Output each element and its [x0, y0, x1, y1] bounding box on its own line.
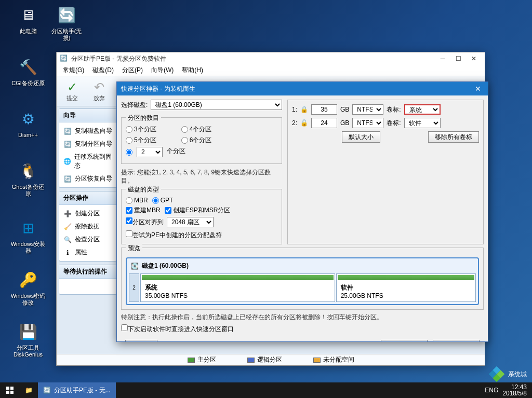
vol-select-2[interactable]: 软件: [404, 118, 441, 128]
disk-select[interactable]: 磁盘1 (60.00GB): [151, 100, 282, 110]
app-title: 分区助手PE版 - 无损分区免费软件: [71, 54, 166, 63]
legend-logical-icon: [247, 358, 255, 363]
menu-wizard[interactable]: 向导(W): [148, 65, 177, 76]
start-button[interactable]: 开始执行: [381, 340, 428, 341]
chk-esp[interactable]: 创建ESP和MSR分区: [165, 206, 231, 215]
select-disk-label: 选择磁盘:: [121, 101, 148, 109]
taskbar: 📁 🔄分区助手PE版 - 无... ENG 12:43 2018/5/8: [0, 382, 532, 398]
panel-ops: 分区操作 ➕创建分区 🧹擦除数据 🔍检查分区 ℹ属性: [59, 191, 117, 262]
desktop-icon-cgi[interactable]: 🔨CGI备份还原: [9, 56, 47, 87]
chk-rebuild-mbr[interactable]: 重建MBR: [126, 206, 161, 215]
warning-text: 特别注意：执行此操作后，当前所选磁盘上已经存在的所有分区将被删除！按回车键开始分…: [121, 313, 484, 321]
align-select[interactable]: 2048 扇区: [167, 217, 214, 227]
refresh-icon: 🔄: [63, 127, 72, 135]
svg-rect-5: [10, 387, 14, 390]
dialog-close-button[interactable]: ✕: [472, 83, 484, 94]
start-button[interactable]: [0, 382, 20, 398]
radio-custom[interactable]: [126, 147, 132, 157]
menu-partition[interactable]: 分区(P): [119, 65, 146, 76]
app-icon: 🔄: [43, 387, 51, 394]
wiz-copy-disk[interactable]: 🔄复制磁盘向导: [60, 125, 115, 138]
chevron-icon: ︽: [163, 341, 169, 342]
quick-partition-dialog: 快速分区神器 - 为装机而生 ✕ 选择磁盘: 磁盘1 (60.00GB) 分区的…: [116, 81, 488, 342]
radio-4parts[interactable]: 4个分区: [181, 125, 212, 134]
globe-icon: 🌐: [63, 157, 71, 166]
close-button[interactable]: ✕: [466, 53, 482, 64]
lock-icon: 🔒: [300, 106, 308, 113]
preview-part-1[interactable]: 系统35.00GB NTFS: [140, 273, 335, 302]
op-create[interactable]: ➕创建分区: [60, 207, 115, 220]
menu-help[interactable]: 帮助(H): [179, 65, 206, 76]
info-icon: ℹ: [63, 249, 72, 257]
svg-rect-4: [6, 387, 9, 390]
desktop-icon-wininstall[interactable]: ⊞Windows安装器: [9, 217, 47, 254]
svg-rect-6: [6, 391, 9, 394]
refresh-icon: 🔄: [63, 175, 72, 183]
custom-count-select[interactable]: 2: [137, 147, 163, 157]
radio-5parts[interactable]: 5个分区: [126, 136, 156, 145]
wiz-copy-part[interactable]: 🔄复制分区向导: [60, 138, 115, 150]
panel-pending: 等待执行的操作: [59, 265, 117, 295]
panel-wizard: 向导 🔄复制磁盘向导 🔄复制分区向导 🌐迁移系统到固态 🔄分区恢复向导: [59, 108, 117, 188]
desktop-icon-thispc[interactable]: 🖥此电脑: [9, 4, 47, 35]
plus-icon: ➕: [63, 210, 72, 218]
partition-count-group: 分区的数目 3个分区 4个分区 5个分区 6个分区 2 个分区: [121, 117, 282, 164]
desktop-icon-partition[interactable]: 🔄分区助手(无损): [48, 4, 85, 42]
vol-select-1[interactable]: 系统: [404, 104, 441, 115]
op-props[interactable]: ℹ属性: [60, 246, 115, 259]
fs-select-1[interactable]: NTFS: [352, 104, 383, 115]
op-check[interactable]: 🔍检查分区: [60, 233, 115, 246]
desktop-icon-dism[interactable]: ⚙Dism++: [9, 108, 47, 139]
watermark: 系统城: [487, 365, 527, 383]
preview-part-2[interactable]: 软件25.00GB NTFS: [336, 273, 476, 302]
app-icon: 🔄: [60, 54, 68, 63]
wiz-recover[interactable]: 🔄分区恢复向导: [60, 172, 115, 185]
sidebar: 向导 🔄复制磁盘向导 🔄复制分区向导 🌐迁移系统到固态 🔄分区恢复向导 分区操作…: [57, 106, 119, 354]
toolbar-discard[interactable]: ↶放弃: [86, 79, 113, 103]
wiz-migrate[interactable]: 🌐迁移系统到固态: [60, 150, 115, 172]
preset-button[interactable]: 预设置: [125, 340, 157, 341]
cancel-button[interactable]: 取消(C): [433, 340, 480, 341]
svg-rect-7: [10, 391, 14, 394]
chk-pe[interactable]: 尝试为PE中创建的分区分配盘符: [126, 231, 222, 239]
erase-icon: 🧹: [63, 223, 72, 231]
search-icon: 🔍: [63, 236, 72, 244]
taskbar-app[interactable]: 🔄分区助手PE版 - 无...: [38, 382, 116, 398]
radio-6parts[interactable]: 6个分区: [181, 136, 212, 145]
preview-small-part: 2: [129, 273, 139, 302]
remove-labels-button[interactable]: 移除所有卷标: [428, 131, 479, 143]
tray-lang[interactable]: ENG: [485, 387, 498, 394]
menubar: 常规(G) 磁盘(D) 分区(P) 向导(W) 帮助(H): [57, 65, 485, 76]
desktop-icon-diskgenius[interactable]: 💾分区工具DiskGenius: [9, 321, 47, 358]
radio-3parts[interactable]: 3个分区: [126, 125, 156, 134]
fs-select-2[interactable]: NTFS: [352, 118, 383, 128]
radio-mbr[interactable]: MBR: [126, 197, 148, 204]
chk-align[interactable]: 分区对齐到: [126, 217, 164, 227]
size-input-1[interactable]: [311, 104, 337, 115]
radio-gpt[interactable]: GPT: [152, 197, 174, 204]
default-size-button[interactable]: 默认大小: [342, 131, 380, 143]
folder-icon: 📁: [25, 387, 33, 394]
toolbar-apply[interactable]: ✓提交: [59, 79, 86, 103]
desktop-icon-winpwd[interactable]: 🔑Windows密码修改: [9, 269, 47, 306]
disk-type-group: 磁盘的类型 MBR GPT 重建MBR 创建ESP和MSR分区 分区对齐到 20…: [121, 189, 282, 244]
titlebar[interactable]: 🔄 分区助手PE版 - 无损分区免费软件 ─ ☐ ✕: [57, 52, 485, 65]
taskbar-explorer[interactable]: 📁: [20, 382, 38, 398]
menu-general[interactable]: 常规(G): [60, 65, 87, 76]
minimize-button[interactable]: ─: [435, 53, 450, 64]
dialog-titlebar[interactable]: 快速分区神器 - 为装机而生 ✕: [117, 82, 488, 95]
legend: 主分区 逻辑分区 未分配空间: [57, 354, 485, 365]
legend-unalloc-icon: [313, 358, 321, 363]
size-input-2[interactable]: [311, 118, 337, 128]
legend-primary-icon: [188, 358, 195, 363]
hint-text: 提示: 您能按1, 2, 3, 4, 5, 6, 7, 8, 9键来快速选择分区…: [121, 168, 282, 185]
maximize-button[interactable]: ☐: [450, 53, 466, 64]
chk-next-time[interactable]: 下次启动软件时直接进入快速分区窗口: [121, 324, 484, 334]
desktop-icon-ghost[interactable]: 🐧Ghost备份还原: [9, 160, 47, 197]
preview-group: 预览 💽磁盘1 (60.00GB) 2 系统35.00GB NTFS 软件25.…: [121, 248, 484, 310]
tray-clock[interactable]: 12:43 2018/5/8: [502, 384, 527, 396]
op-wipe[interactable]: 🧹擦除数据: [60, 220, 115, 233]
refresh-icon: 🔄: [63, 140, 72, 148]
unlock-icon: 🔓: [300, 119, 308, 127]
menu-disk[interactable]: 磁盘(D): [89, 65, 117, 76]
